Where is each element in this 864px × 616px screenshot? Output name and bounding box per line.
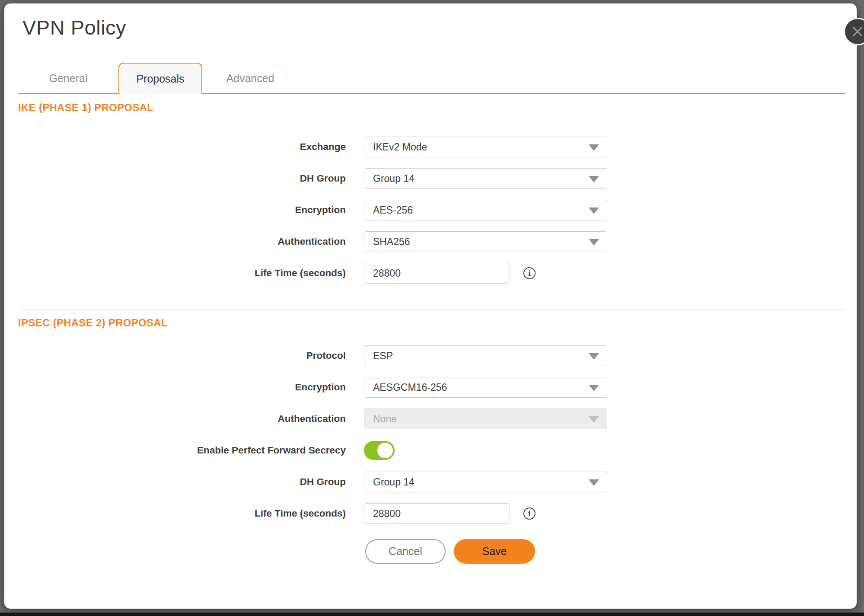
section-heading: IPSEC (PHASE 2) PROPOSAL (18, 317, 857, 329)
chevron-down-icon (589, 176, 599, 182)
section-divider (22, 309, 845, 310)
life-time-seconds-input[interactable] (364, 263, 510, 284)
dh-group-dropdown[interactable]: Group 14 (364, 472, 607, 492)
encryption-dropdown[interactable]: AES-256 (364, 200, 607, 220)
vpn-policy-dialog: VPN Policy GeneralProposalsAdvanced IKE … (4, 3, 857, 609)
chevron-down-icon (589, 385, 599, 391)
dropdown-value: ESP (373, 350, 393, 362)
dropdown-value: SHA256 (373, 236, 410, 248)
dropdown-value: AESGCM16-256 (373, 382, 447, 393)
cancel-button[interactable]: Cancel (365, 539, 446, 564)
page-background: VPN Policy GeneralProposalsAdvanced IKE … (0, 0, 864, 616)
section-ike-phase1: IKE (PHASE 1) PROPOSALExchangeIKEv2 Mode… (4, 102, 857, 310)
chevron-down-icon (589, 239, 599, 246)
form-area: IKE (PHASE 1) PROPOSALExchangeIKEv2 Mode… (4, 94, 857, 564)
tab-general[interactable]: General (18, 63, 118, 94)
field-label: Enable Perfect Forward Secrecy (4, 445, 346, 456)
field-label: DH Group (4, 173, 346, 184)
form-row: AuthenticationNone (4, 409, 857, 429)
form-row: Enable Perfect Forward Secrecy (4, 440, 857, 461)
dropdown-value: Group 14 (373, 476, 414, 488)
dropdown-value: AES-256 (373, 204, 413, 216)
dropdown-value: Group 14 (373, 173, 414, 185)
authentication-dropdown[interactable]: SHA256 (364, 231, 607, 252)
dropdown-value: IKEv2 Mode (373, 141, 427, 153)
protocol-dropdown[interactable]: ESP (364, 345, 607, 366)
form-row: EncryptionAES-256 (4, 200, 857, 220)
close-icon (852, 26, 863, 37)
form-row: Life Time (seconds)i (4, 503, 857, 524)
chevron-down-icon (589, 479, 599, 486)
life-time-seconds-input[interactable] (364, 503, 510, 524)
field-label: DH Group (4, 476, 346, 488)
form-row: ExchangeIKEv2 Mode (4, 137, 857, 157)
field-label: Encryption (4, 382, 346, 393)
info-icon[interactable]: i (523, 507, 536, 520)
close-button[interactable] (844, 18, 864, 45)
enable-perfect-forward-secrecy-toggle[interactable] (364, 441, 395, 460)
dropdown-value: None (373, 413, 397, 425)
save-button[interactable]: Save (454, 539, 535, 564)
field-label: Encryption (4, 204, 346, 216)
field-label: Life Time (seconds) (4, 268, 346, 279)
chevron-down-icon (589, 416, 599, 423)
chevron-down-icon (589, 144, 599, 151)
field-label: Authentication (4, 413, 346, 424)
field-label: Authentication (4, 236, 346, 247)
form-row: AuthenticationSHA256 (4, 231, 857, 252)
encryption-dropdown[interactable]: AESGCM16-256 (364, 377, 607, 398)
form-row: DH GroupGroup 14 (4, 472, 857, 492)
chevron-down-icon (589, 207, 599, 214)
bottom-edge-bar (0, 613, 864, 616)
form-row: DH GroupGroup 14 (4, 168, 857, 189)
exchange-dropdown[interactable]: IKEv2 Mode (364, 137, 607, 157)
field-label: Life Time (seconds) (4, 508, 346, 519)
form-row: EncryptionAESGCM16-256 (4, 377, 857, 398)
field-label: Protocol (4, 350, 346, 361)
tab-advanced[interactable]: Advanced (202, 63, 298, 94)
section-heading: IKE (PHASE 1) PROPOSAL (18, 102, 857, 113)
field-label: Exchange (4, 141, 346, 153)
tab-proposals[interactable]: Proposals (118, 63, 202, 94)
authentication-dropdown: None (364, 409, 607, 429)
form-row: Life Time (seconds)i (4, 263, 857, 284)
form-row: ProtocolESP (4, 345, 857, 366)
chevron-down-icon (589, 353, 599, 360)
info-icon[interactable]: i (523, 267, 536, 279)
dh-group-dropdown[interactable]: Group 14 (364, 168, 607, 189)
dialog-footer: CancelSave (365, 539, 857, 564)
section-ipsec-phase2: IPSEC (PHASE 2) PROPOSALProtocolESPEncry… (4, 317, 857, 524)
toggle-knob (377, 443, 393, 458)
tab-bar: GeneralProposalsAdvanced (18, 63, 845, 94)
dialog-title: VPN Policy (22, 16, 126, 39)
